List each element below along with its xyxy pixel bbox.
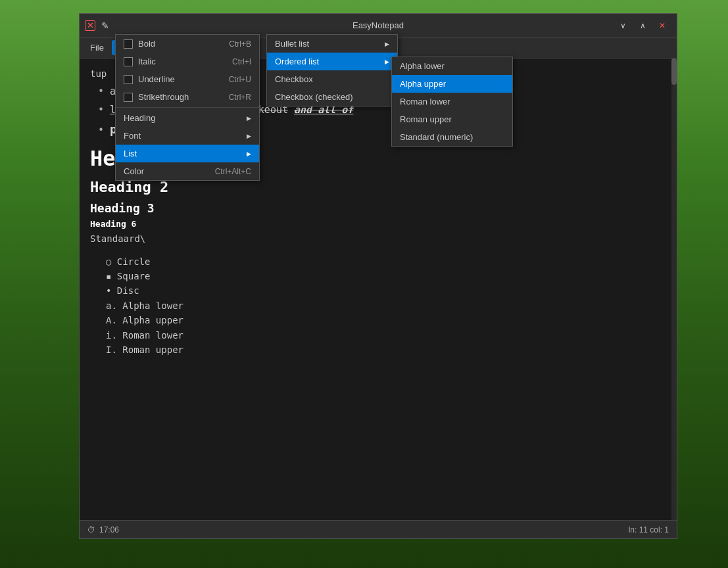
- strikethrough-checkbox: [124, 93, 133, 102]
- maximize-button[interactable]: ∧: [633, 18, 652, 34]
- roman-upper-item[interactable]: Roman upper: [392, 110, 512, 128]
- window-title: EasyNotepad: [352, 20, 404, 30]
- standard-numeric-item[interactable]: Standard (numeric): [392, 128, 512, 146]
- editor-square: Square: [90, 269, 666, 283]
- ordered-dropdown: Alpha lower Alpha upper Roman lower Roma…: [391, 57, 513, 147]
- title-bar-left: ✕ ✎: [85, 20, 111, 32]
- close-button[interactable]: ✕: [653, 18, 671, 34]
- editor-standard: Standaard\: [90, 231, 666, 246]
- underline-item[interactable]: Underline Ctrl+U: [116, 70, 259, 88]
- clock-icon: ⏱: [87, 525, 95, 534]
- status-position: ln: 11 col: 1: [629, 525, 669, 534]
- bold-checkbox: [124, 39, 133, 49]
- list-item-menu[interactable]: List: [116, 145, 259, 162]
- editor-circle: Circle: [90, 254, 666, 269]
- editor-roman-lower: i. Roman lower: [90, 328, 666, 343]
- bold-item[interactable]: Bold Ctrl+B: [116, 35, 259, 53]
- underline-checkbox: [124, 75, 133, 84]
- alpha-lower-item[interactable]: Alpha lower: [392, 57, 512, 75]
- status-left: ⏱ 17:06: [87, 525, 119, 534]
- scrollbar[interactable]: [671, 59, 677, 520]
- alpha-upper-item[interactable]: Alpha upper: [392, 75, 512, 93]
- pencil-icon[interactable]: ✎: [99, 20, 111, 32]
- roman-lower-item[interactable]: Roman lower: [392, 93, 512, 110]
- title-bar-controls: ∨ ∧ ✕: [614, 18, 671, 34]
- italic-item[interactable]: Italic Ctrl+I: [116, 53, 259, 70]
- file-menu[interactable]: File: [82, 40, 112, 55]
- editor-disc: Disc: [90, 283, 666, 298]
- editor-h6: Heading 6: [90, 218, 666, 231]
- font-item[interactable]: Font: [116, 127, 259, 145]
- edit-dropdown: Bold Ctrl+B Italic Ctrl+I Underline Ctrl…: [115, 34, 260, 181]
- checkbox-checked-item[interactable]: Checkbox (checked): [267, 88, 397, 106]
- app-close-icon[interactable]: ✕: [85, 20, 95, 31]
- editor-alpha-lower: a. Alpha lower: [90, 298, 666, 313]
- status-time: 17:06: [99, 525, 119, 534]
- strikethrough-item[interactable]: Strikethrough Ctrl+R: [116, 88, 259, 106]
- color-item[interactable]: Color Ctrl+Alt+C: [116, 162, 259, 180]
- heading-item[interactable]: Heading: [116, 109, 259, 127]
- list-dropdown: Bullet list Ordered list Checkbox Checkb…: [266, 34, 398, 106]
- editor-alpha-upper: A. Alpha upper: [90, 313, 666, 327]
- separator-1: [116, 107, 259, 108]
- editor-h3: Heading 3: [90, 199, 666, 218]
- ordered-list-item[interactable]: Ordered list: [267, 53, 397, 70]
- editor-roman-upper: I. Roman upper: [90, 343, 666, 357]
- checkbox-item[interactable]: Checkbox: [267, 70, 397, 88]
- scrollbar-thumb[interactable]: [671, 59, 677, 85]
- bullet-list-item[interactable]: Bullet list: [267, 35, 397, 53]
- minimize-button[interactable]: ∨: [614, 18, 632, 34]
- italic-checkbox: [124, 57, 133, 66]
- status-bar: ⏱ 17:06 ln: 11 col: 1: [80, 520, 677, 538]
